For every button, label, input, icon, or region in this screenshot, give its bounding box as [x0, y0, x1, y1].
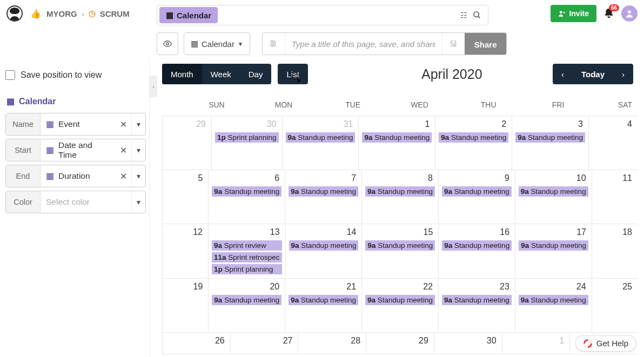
day-cell[interactable]: 1 [502, 333, 570, 354]
calendar-event[interactable]: 9a Standup meeting [286, 132, 355, 143]
day-cell[interactable]: 12 [162, 224, 208, 278]
save-position-checkbox[interactable]: Save position to view [5, 70, 146, 80]
calendar-event[interactable]: 9a Standup meeting [515, 132, 585, 143]
calendar-event[interactable]: 9a Sprint review [212, 240, 282, 251]
field-name[interactable]: Name ▦Event ✕ ▾ [5, 113, 146, 136]
field-color[interactable]: Color Select color ▾ [5, 191, 146, 213]
calendar-event[interactable]: 9a Standup meeting [289, 240, 359, 251]
calendar-event[interactable]: 9a Standup meeting [519, 186, 588, 197]
day-cell[interactable]: 5 [162, 170, 208, 224]
day-number: 28 [300, 336, 364, 348]
day-number: 23 [441, 282, 513, 294]
calendar-event[interactable]: 9a Standup meeting [519, 295, 588, 305]
day-number: 5 [165, 173, 206, 185]
clear-icon[interactable]: ✕ [115, 139, 131, 161]
breadcrumb: MYORG › ◷ SCRUM [46, 9, 130, 18]
caret-down-icon[interactable]: ▾ [131, 139, 145, 161]
calendar-event[interactable]: 1p Sprint planning [212, 264, 282, 274]
day-cell[interactable]: 79a Standup meeting [285, 170, 361, 224]
day-cell[interactable]: 209a Standup meeting [208, 279, 285, 332]
page-title-input[interactable] [285, 33, 442, 55]
next-button[interactable]: › [613, 64, 633, 84]
caret-down-icon[interactable]: ▾ [131, 191, 145, 213]
day-cell[interactable]: 179a Standup meeting [515, 224, 592, 278]
calendar-event[interactable]: 9a Standup meeting [289, 186, 358, 197]
week-row: 19209a Standup meeting219a Standup meeti… [162, 279, 638, 333]
calendar-event[interactable]: 9a Standup meeting [365, 240, 435, 251]
calendar-chip[interactable]: ▦ Calendar [159, 7, 218, 23]
day-cell[interactable]: 11 [592, 170, 638, 224]
calendar-event[interactable]: 9a Standup meeting [365, 295, 435, 305]
logo-avatar[interactable] [6, 5, 23, 22]
day-cell[interactable]: 89a Standup meeting [361, 170, 438, 224]
day-cell[interactable]: 69a Standup meeting [208, 170, 285, 224]
day-cell[interactable]: 30 [434, 333, 502, 354]
field-start[interactable]: Start ▦Date and Time ✕ ▾ [5, 139, 146, 161]
calendar-event[interactable]: 9a Standup meeting [212, 186, 281, 197]
user-avatar[interactable] [621, 5, 638, 22]
today-button[interactable]: Today [573, 64, 613, 84]
view-dropdown[interactable]: ▦ Calendar ▼ [184, 32, 250, 55]
day-cell[interactable]: 219a Standup meeting [285, 279, 361, 332]
view-week[interactable]: Week [202, 64, 240, 84]
day-cell[interactable]: 109a Standup meeting [515, 170, 592, 224]
day-cell[interactable]: 139a Sprint review11a Sprint retrospec1p… [208, 224, 285, 278]
day-cell[interactable]: 4 [588, 116, 638, 170]
invite-button[interactable]: Invite [551, 5, 596, 22]
notifications-button[interactable]: 66 [603, 8, 615, 19]
calendar-event[interactable]: 1p Sprint planning [215, 132, 279, 143]
breadcrumb-org[interactable]: MYORG [46, 9, 77, 18]
visibility-button[interactable] [157, 32, 178, 55]
page-icon[interactable]: 🗎 [263, 33, 285, 55]
calendar-event[interactable]: 9a Standup meeting [519, 240, 588, 251]
day-cell[interactable]: 319a Standup meeting [282, 116, 359, 170]
day-cell[interactable]: 19 [162, 279, 208, 332]
calendar-event[interactable]: 9a Standup meeting [439, 132, 508, 143]
calendar-event[interactable]: 9a Standup meeting [212, 295, 281, 305]
calendar-event[interactable]: 9a Standup meeting [289, 295, 358, 305]
view-month[interactable]: Month [162, 64, 202, 84]
calendar-event[interactable]: 9a Standup meeting [442, 240, 512, 251]
save-position-input[interactable] [5, 70, 15, 80]
day-cell[interactable]: 29 [162, 116, 211, 170]
field-end[interactable]: End ▦Duration ✕ ▾ [5, 165, 146, 187]
day-cell[interactable]: 239a Standup meeting [438, 279, 515, 332]
clear-icon[interactable]: ✕ [115, 165, 131, 187]
day-cell[interactable]: 27 [230, 333, 298, 354]
calendar-event[interactable]: 11a Sprint retrospec [212, 252, 282, 262]
caret-down-icon[interactable]: ▾ [131, 165, 145, 187]
day-cell[interactable]: 229a Standup meeting [361, 279, 438, 332]
day-cell[interactable]: 28 [298, 333, 366, 354]
prev-button[interactable]: ‹ [553, 64, 573, 84]
day-cell[interactable]: 26 [162, 333, 230, 354]
day-cell[interactable]: 169a Standup meeting [438, 224, 515, 278]
share-button[interactable]: Share [465, 33, 507, 55]
svg-point-2 [560, 11, 562, 14]
thumbs-up-icon: 👍 [30, 9, 41, 19]
get-help-button[interactable]: Get Help [575, 335, 636, 352]
search-icon[interactable] [473, 11, 481, 19]
day-cell[interactable]: 29a Standup meeting [435, 116, 512, 170]
day-cell[interactable]: 19a Standup meeting [358, 116, 435, 170]
calendar-event[interactable]: 9a Standup meeting [362, 132, 432, 143]
view-day[interactable]: Day [240, 64, 272, 84]
save-page-button[interactable]: 🖫 [442, 33, 465, 55]
calendar-event[interactable]: 9a Standup meeting [442, 295, 512, 305]
breadcrumb-project[interactable]: SCRUM [100, 9, 130, 18]
clear-icon[interactable]: ✕ [115, 113, 131, 135]
day-cell[interactable]: 25 [592, 279, 638, 332]
day-cell[interactable]: 39a Standup meeting [512, 116, 588, 170]
day-cell[interactable]: 29 [366, 333, 434, 354]
collapse-sidebar[interactable]: ‹ [150, 76, 157, 97]
day-number: 29 [165, 119, 209, 131]
day-cell[interactable]: 18 [592, 224, 638, 278]
day-cell[interactable]: 249a Standup meeting [515, 279, 592, 332]
day-cell[interactable]: 99a Standup meeting [438, 170, 515, 224]
grid-icon[interactable]: ☷ [460, 11, 467, 19]
day-cell[interactable]: 159a Standup meeting [361, 224, 438, 278]
calendar-event[interactable]: 9a Standup meeting [442, 186, 512, 197]
calendar-event[interactable]: 9a Standup meeting [365, 186, 435, 197]
day-cell[interactable]: 149a Standup meeting [285, 224, 362, 278]
caret-down-icon[interactable]: ▾ [131, 113, 145, 135]
day-cell[interactable]: 301p Sprint planning [211, 116, 282, 170]
